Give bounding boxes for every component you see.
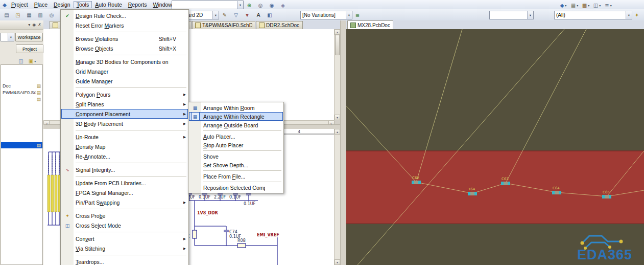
system-icon[interactable]: ◈ bbox=[278, 1, 288, 10]
menu-item-stop-auto-placer[interactable]: Stop Auto Placer bbox=[189, 141, 283, 149]
tab-ddr2-schdoc[interactable]: DDR2.SchDoc bbox=[256, 21, 303, 29]
menu-item-split-planes[interactable]: Split Planes▶ bbox=[61, 99, 188, 109]
vertical-scrollbar[interactable]: ▴ ▾ bbox=[334, 29, 340, 120]
net-filter-combo[interactable]: ▾ bbox=[489, 11, 534, 19]
clear-filter-icon[interactable]: ▼ bbox=[242, 10, 252, 19]
menu-item-un-route[interactable]: Un-Route▶ bbox=[61, 132, 188, 142]
mask-icon[interactable]: ◧ bbox=[265, 10, 275, 19]
menu-item-arrange-within-rectangle[interactable]: ▦Arrange Within Rectangle bbox=[189, 112, 283, 121]
menu-item-reposition-selected-components[interactable]: Reposition Selected Components bbox=[189, 183, 283, 192]
chevron-down-icon[interactable]: ▾ bbox=[565, 4, 566, 7]
chevron-down-icon[interactable]: ▾ bbox=[527, 11, 533, 19]
menu-item-pin-part-swapping[interactable]: Pin/Part Swapping▶ bbox=[61, 197, 188, 207]
menu-item-arrange-outside-board[interactable]: Arrange Outside Board bbox=[189, 121, 283, 129]
menu-item-3d-body-placement[interactable]: 3D Body Placement▶ bbox=[61, 119, 188, 128]
menu-item-update-from-pcb-libraries[interactable]: Update From PCB Libraries... bbox=[61, 178, 188, 188]
menu-item-convert[interactable]: Convert▶ bbox=[61, 234, 188, 244]
scroll-down-icon[interactable]: ▾ bbox=[335, 115, 340, 120]
menu-project[interactable]: Project bbox=[8, 1, 31, 8]
chevron-down-icon[interactable]: ▾ bbox=[34, 59, 36, 63]
menu-item-browse-violations[interactable]: Browse ViolationsShift+V bbox=[61, 34, 188, 43]
workspace-button[interactable]: Workspace bbox=[15, 33, 43, 41]
chevron-down-icon[interactable]: ▾ bbox=[212, 11, 219, 19]
preferences-icon[interactable]: ◉ bbox=[267, 1, 277, 10]
new-document-icon[interactable]: ▤ bbox=[2, 10, 12, 19]
wire-edit-icon[interactable]: ✎ bbox=[220, 10, 230, 19]
save-icon[interactable]: ▦ bbox=[24, 10, 34, 19]
print-icon[interactable]: ▥ bbox=[35, 10, 45, 19]
menu-item-shove[interactable]: Shove bbox=[189, 152, 283, 161]
menu-item-fpga-signal-manager[interactable]: FPGA Signal Manager... bbox=[61, 188, 188, 197]
menu-reports[interactable]: Reports bbox=[125, 1, 150, 8]
board-insight-icon[interactable]: ▩▾ bbox=[581, 1, 591, 10]
open-icon[interactable]: ◳ bbox=[13, 10, 23, 19]
chevron-down-icon[interactable]: ▾ bbox=[599, 4, 601, 7]
grids-icon[interactable]: ≣▾ bbox=[603, 1, 613, 10]
menu-item-component-placement[interactable]: Component Placement▶ bbox=[61, 109, 188, 119]
menu-design[interactable]: Design bbox=[51, 1, 74, 8]
variant-report-icon[interactable]: ≣ bbox=[352, 10, 363, 19]
compile-icon[interactable]: ⊕ bbox=[244, 1, 254, 10]
menu-item-reset-error-markers[interactable]: Reset Error Markers bbox=[61, 20, 188, 30]
tab-mx28-pcbdoc[interactable]: MX28.PcbDoc bbox=[347, 20, 393, 29]
panel-pin-icon[interactable]: ◉ bbox=[32, 23, 36, 27]
scrollbar-thumb[interactable] bbox=[335, 35, 340, 55]
menu-item-arrange-within-room[interactable]: ▦Arrange Within Room bbox=[189, 103, 283, 112]
menu-item-auto-placer[interactable]: Auto Placer... bbox=[189, 132, 283, 141]
menu-item-density-map[interactable]: Density Map bbox=[61, 142, 188, 151]
menu-auto-route[interactable]: Auto Route bbox=[92, 1, 125, 8]
chevron-down-icon[interactable]: ▾ bbox=[346, 11, 352, 19]
menu-item-cross-probe[interactable]: ✦Cross Probe bbox=[61, 211, 188, 220]
menu-tools[interactable]: Tools bbox=[74, 1, 92, 8]
chevron-down-icon[interactable]: ▾ bbox=[8, 33, 14, 41]
project-button[interactable]: Project bbox=[16, 45, 43, 53]
panel-dropdown-icon[interactable]: ▾ bbox=[28, 23, 30, 27]
menu-item-grid-manager[interactable]: Grid Manager bbox=[61, 67, 188, 76]
chevron-down-icon[interactable]: ▾ bbox=[626, 11, 632, 19]
pcb-view[interactable]: C62T64C63C64C65 EDA365 bbox=[346, 29, 644, 265]
tree-item[interactable]: Doc▤ bbox=[1, 82, 42, 89]
font-icon[interactable]: A bbox=[253, 10, 264, 19]
menu-item-browse-objects[interactable]: Browse ObjectsShift+X bbox=[61, 43, 188, 53]
variations-combo[interactable]: [No Variations] ▾ bbox=[300, 11, 352, 19]
menu-item-place-from-file[interactable]: Place From File... bbox=[189, 172, 283, 181]
measure-icon[interactable]: ◫▾ bbox=[592, 1, 602, 10]
quick-access-combo[interactable]: ▾ bbox=[172, 1, 244, 9]
menu-item-design-rule-check[interactable]: ✔Design Rule Check... bbox=[61, 11, 188, 20]
layer-sets-icon[interactable]: ◆▾ bbox=[558, 1, 568, 10]
crosssel-icon: ◫ bbox=[63, 221, 72, 230]
menu-item-guide-manager[interactable]: Guide Manager bbox=[61, 76, 188, 86]
scope-combo[interactable]: (All) ▾ bbox=[554, 11, 632, 19]
resistor-r08[interactable] bbox=[237, 244, 246, 248]
device-view-icon[interactable]: ◎ bbox=[255, 1, 266, 10]
menu-item-signal-integrity[interactable]: ∿Signal Integrity... bbox=[61, 165, 188, 174]
scroll-up-icon[interactable]: ▴ bbox=[335, 29, 340, 35]
tab-tpwmsaif0-schdoc[interactable]: T&PWM&SAIF0.SchDoc bbox=[192, 21, 255, 29]
panel-close-icon[interactable]: ✗ bbox=[38, 23, 41, 27]
vertical-scrollbar[interactable]: ▴ ▾ bbox=[334, 129, 340, 265]
filter-icon[interactable]: ▽ bbox=[231, 10, 241, 19]
tree-item[interactable]: PWM&SAIF0.Sc▤ bbox=[1, 89, 42, 96]
selected-tree-item[interactable]: ▤ bbox=[1, 142, 42, 148]
workspace-combo[interactable]: ▾ bbox=[1, 33, 14, 41]
filter-wizard-icon[interactable]: ✦ bbox=[632, 10, 642, 19]
chevron-down-icon[interactable]: ▾ bbox=[610, 4, 612, 7]
board-region[interactable] bbox=[346, 151, 644, 224]
resistor-r07[interactable] bbox=[193, 230, 197, 238]
menu-item-manage-3d-bodies-for-components-on-board[interactable]: Manage 3D Bodies for Components on Board… bbox=[61, 57, 188, 67]
chevron-down-icon[interactable]: ▾ bbox=[588, 4, 589, 7]
menu-item-via-stitching[interactable]: Via Stitching▶ bbox=[61, 244, 188, 253]
zoom-icon[interactable]: ◎ bbox=[46, 10, 57, 19]
chevron-down-icon[interactable]: ▾ bbox=[237, 1, 243, 9]
menu-item-cross-select-mode[interactable]: ◫Cross Select Mode bbox=[61, 220, 188, 230]
menu-item-polygon-pours[interactable]: Polygon Pours▶ bbox=[61, 90, 188, 99]
chevron-down-icon[interactable]: ▾ bbox=[577, 4, 578, 7]
menu-item-re-annotate[interactable]: Re-Annotate... bbox=[61, 151, 188, 161]
menu-item-teardrops[interactable]: Teardrops... bbox=[61, 257, 188, 265]
menu-place[interactable]: Place bbox=[31, 1, 51, 8]
tree-item[interactable]: ▤ bbox=[1, 96, 42, 102]
export-icon[interactable]: ▦▾ bbox=[569, 1, 580, 10]
scroll-down-icon[interactable]: ▾ bbox=[335, 259, 340, 265]
menu-item-set-shove-depth[interactable]: Set Shove Depth... bbox=[189, 161, 283, 169]
scroll-up-icon[interactable]: ▴ bbox=[335, 129, 340, 135]
